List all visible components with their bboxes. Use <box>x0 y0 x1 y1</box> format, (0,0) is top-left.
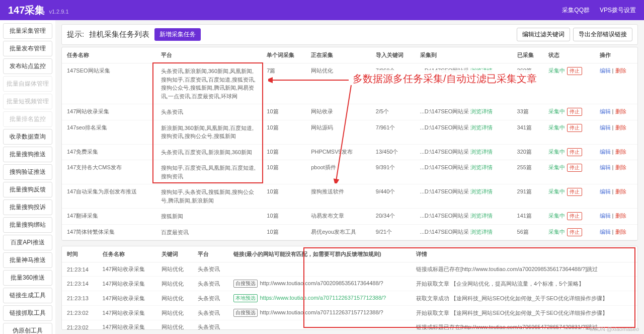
task-platform: 搜狗知乎,头条资讯,搜狐新闻,搜狗公众号,腾讯新闻,新浪新闻 <box>156 184 262 209</box>
sidebar-item[interactable]: 发布站点监控 <box>3 58 52 74</box>
edit-link[interactable]: 编辑 <box>600 164 611 170</box>
delete-link[interactable]: 删除 <box>615 229 626 235</box>
task-per: 10篇 <box>262 120 306 144</box>
sidebar-item[interactable]: 批量搜狗绑站 <box>3 217 52 233</box>
delete-link[interactable]: 删除 <box>615 188 626 194</box>
edit-link[interactable]: 编辑 <box>600 213 611 219</box>
sidebar-item[interactable]: 链接抓取工具 <box>3 305 52 321</box>
app-version: v1.2.9.1 <box>49 9 68 15</box>
stop-button[interactable]: 停止 <box>567 148 582 156</box>
log-url[interactable]: http://www.toutiao.com/a7071122637157712… <box>260 309 383 315</box>
log-task: 147网站收录采集 <box>98 277 156 291</box>
stop-button[interactable]: 停止 <box>567 164 582 172</box>
sidebar-item[interactable]: 批量采集管理 <box>3 23 52 39</box>
view-detail-link[interactable]: 浏览详情 <box>470 124 493 130</box>
sidebar-item[interactable]: 百度API推送 <box>3 235 52 250</box>
edit-link[interactable]: 编辑 <box>600 149 611 155</box>
log-time: 21:23:02 <box>62 320 98 330</box>
delete-link[interactable]: 删除 <box>615 124 626 130</box>
log-link: 本地预选https://www.toutiao.com/a70711226371… <box>228 291 411 306</box>
sidebar-item[interactable]: 伪原创工具 <box>3 323 52 334</box>
view-detail-link[interactable]: 浏览详情 <box>470 149 493 155</box>
view-detail-link[interactable]: 浏览详情 <box>470 68 493 74</box>
stop-button[interactable]: 停止 <box>567 188 582 196</box>
export-errors-button[interactable]: 导出全部错误链接 <box>573 28 632 41</box>
log-plat: 头条资讯 <box>193 291 229 306</box>
task-ops: 编辑 | 删除 <box>595 184 637 209</box>
delete-link[interactable]: 删除 <box>615 68 626 74</box>
sidebar-item[interactable]: 链接生成工具 <box>3 288 52 303</box>
task-current: PHPCMSV9发布 <box>306 144 371 160</box>
table-row: 147翻译采集搜狐新闻10篇动易发布文章20/34个...D:\147SEO网站… <box>62 209 637 225</box>
sidebar-item[interactable]: 批量360推送 <box>3 270 52 286</box>
edit-filter-button[interactable]: 编辑过滤关键词 <box>517 28 570 41</box>
table-row: 147SEO网站采集头条资讯,新浪新闻,360新闻,凤凰新闻,搜狗知乎,百度资讯… <box>62 63 637 104</box>
task-path: ...D:\147SEO网站采 浏览详情 <box>415 160 512 184</box>
edit-link[interactable]: 编辑 <box>600 229 611 235</box>
sidebar-item[interactable]: 批量搜狗反馈 <box>3 182 52 197</box>
table-row: 147自动采集为原创发布推送搜狗知乎,头条资讯,搜狐新闻,搜狗公众号,腾讯新闻,… <box>62 184 637 209</box>
stop-button[interactable]: 停止 <box>567 124 582 132</box>
main-content: 提示: 挂机采集任务列表 新增采集任务 编辑过滤关键词 导出全部错误链接 任务名… <box>55 20 644 334</box>
edit-link[interactable]: 编辑 <box>600 108 611 114</box>
log-url[interactable]: https://www.toutiao.com/a707112263715771… <box>260 295 386 301</box>
task-platform: 头条资讯 <box>156 104 262 120</box>
log-detail: 开始获取文章 【企业网站优化，提高网站流量，4个标准，5个策略】 <box>411 277 637 291</box>
task-ops: 编辑 | 删除 <box>595 63 637 104</box>
task-status: 采集中停止 <box>543 209 595 225</box>
sidebar-item[interactable]: 收录数据查询 <box>3 129 52 145</box>
table-row: 147简体转繁体采集百度最资讯10篇易优eyou发布工具9/21个...D:\1… <box>62 224 637 240</box>
sidebar-item[interactable]: 批量搜狗投诉 <box>3 199 52 215</box>
log-row: 21:23:14147网站收录采集网站优化头条资讯链接或标题已存在[http:/… <box>62 262 637 277</box>
edit-link[interactable]: 编辑 <box>600 188 611 194</box>
panel-title: 挂机采集任务列表 <box>89 30 149 39</box>
stop-button[interactable]: 停止 <box>567 67 582 75</box>
header-link[interactable]: VPS拨号设置 <box>600 6 636 15</box>
stop-button[interactable]: 停止 <box>567 228 582 236</box>
task-per: 10篇 <box>262 184 306 209</box>
delete-link[interactable]: 删除 <box>615 164 626 170</box>
log-col-header: 平台 <box>193 246 229 262</box>
task-path: ...D:\147SEO网站采 浏览详情 <box>415 224 512 240</box>
view-detail-link[interactable]: 浏览详情 <box>470 213 493 219</box>
app-header: 147采集 v1.2.9.1 采集QQ群VPS拨号设置 <box>0 0 644 20</box>
log-task: 147网站收录采集 <box>98 262 156 277</box>
edit-link[interactable]: 编辑 <box>600 124 611 130</box>
log-plat: 头条资讯 <box>193 320 229 330</box>
view-detail-link[interactable]: 浏览详情 <box>470 164 493 170</box>
task-path: ...D:\147SEO网站采 浏览详情 <box>415 209 512 225</box>
edit-link[interactable]: 编辑 <box>600 68 611 74</box>
task-col-header: 正在采集 <box>306 47 371 63</box>
delete-link[interactable]: 删除 <box>615 213 626 219</box>
task-collected: 255篇 <box>512 160 543 184</box>
log-row: 21:23:13147网站收录采集网站优化头条资讯本地预选https://www… <box>62 291 637 306</box>
task-table: 任务名称平台单个词采集正在采集导入关键词采集到已采集状态操作 147SEO网站采… <box>62 47 637 240</box>
view-detail-link[interactable]: 浏览详情 <box>470 188 493 194</box>
log-kw: 网站优化 <box>156 291 193 306</box>
sidebar-item[interactable]: 批量搜狗推送 <box>3 147 52 162</box>
stop-button[interactable]: 停止 <box>567 108 582 116</box>
sidebar-item[interactable]: 搜狗验证推送 <box>3 164 52 180</box>
task-col-header: 单个词采集 <box>262 47 306 63</box>
header-link[interactable]: 采集QQ群 <box>562 6 590 15</box>
log-kw: 网站优化 <box>156 277 193 291</box>
sidebar-item[interactable]: 批量发布管理 <box>3 41 52 56</box>
log-url[interactable]: http://www.toutiao.com/a7002098535617364… <box>260 280 383 286</box>
view-detail-link[interactable]: 浏览详情 <box>470 229 493 235</box>
task-collected: 260篇 <box>512 63 543 104</box>
task-col-header: 已采集 <box>512 47 543 63</box>
delete-link[interactable]: 删除 <box>615 108 626 114</box>
add-task-button[interactable]: 新增采集任务 <box>154 28 201 41</box>
task-ops: 编辑 | 删除 <box>595 224 637 240</box>
stop-button[interactable]: 停止 <box>567 212 582 220</box>
watermark: CSDN @xiaomaseo <box>589 326 639 332</box>
sidebar-item[interactable]: 批量神马推送 <box>3 252 52 268</box>
task-collected: 320篇 <box>512 144 543 160</box>
task-per: 7篇 <box>262 63 306 104</box>
task-ops: 编辑 | 删除 <box>595 144 637 160</box>
task-keywords: 9/21个 <box>371 224 415 240</box>
task-keywords: 9/391个 <box>371 160 415 184</box>
delete-link[interactable]: 删除 <box>615 149 626 155</box>
view-detail-link[interactable]: 浏览详情 <box>470 108 493 114</box>
task-per: 10篇 <box>262 224 306 240</box>
